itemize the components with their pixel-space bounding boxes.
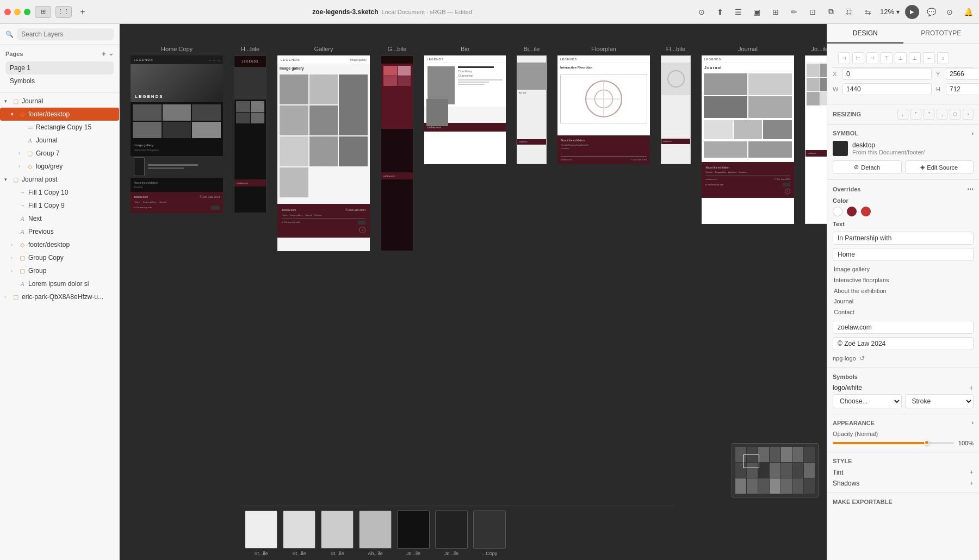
artboard-home-copy[interactable]: Home Copy LEGENDS LEGENDS [131,46,223,213]
resize-tr-icon[interactable]: ⌝ [924,109,934,120]
detach-button[interactable]: ⊘ Detach [833,160,902,174]
align-bottom-btn[interactable]: ⊥ [909,52,921,64]
resize-bl-icon[interactable]: ⌟ [937,109,947,120]
thumb-stile-2[interactable]: St...ile [283,511,315,556]
artboard-floorplan-canvas[interactable]: LEGENDS Interactive Floorplan [557,55,650,164]
window-grid-btn[interactable]: ⊞ [35,6,51,18]
resize-chevron-icon[interactable]: › [963,109,974,120]
artboard-gallery-canvas[interactable]: LEGENDS Image gallery Image gallery [277,55,370,251]
artboard-jmobile-canvas[interactable]: zoelaw.com [805,55,827,224]
layer-fill1-copy9[interactable]: → Fill 1 Copy 9 [0,199,119,212]
settings-icon[interactable]: ⊙ [695,5,708,18]
thumb-joile-1[interactable]: Jo...ile [397,511,430,556]
layer-logo-grey[interactable]: › ◇ logo/grey [0,160,119,173]
logo-white-add-icon[interactable]: + [969,383,974,392]
align-center-btn[interactable]: ⊢ [852,52,864,64]
pages-chevron-icon[interactable]: ⌄ [108,49,114,58]
add-page-icon[interactable]: + [102,49,106,58]
upload-icon[interactable]: ⬆ [714,5,727,18]
page-item-page1[interactable]: Page 1 [5,61,114,74]
artboard-gmobile-canvas[interactable]: zoelaw.com [381,55,413,251]
tint-add-icon[interactable]: + [970,469,974,476]
layout-icon[interactable]: ☰ [732,5,745,18]
overrides-options-icon[interactable]: ⋯ [967,185,974,193]
layer-eric-park[interactable]: › ▢ eric-park-QbX8A8eHfzw-u... [0,290,119,303]
resize-tc-icon[interactable]: ⌜ [910,109,921,120]
layer-footer-desktop-sub[interactable]: › ◇ footer/desktop [0,238,119,251]
align-left-btn[interactable]: ⊣ [838,52,850,64]
copy-icon[interactable]: ⿻ [843,5,856,18]
text-input-copyright[interactable] [833,337,974,350]
x-input[interactable] [842,68,932,80]
layer-journal-group[interactable]: ▾ ▢ Journal [0,95,119,108]
stroke-select[interactable]: Stroke [905,394,974,408]
window-layout-btn[interactable]: ⋮⋮ [55,6,72,18]
artboard-floorplan[interactable]: Floorplan LEGENDS Interactive Floorplan [557,46,650,164]
close-button[interactable] [4,9,11,15]
thumb-abile[interactable]: Ab...ile [359,511,392,556]
add-artboard-btn[interactable]: + [76,5,89,18]
color-swatch-white[interactable] [833,207,842,216]
opacity-slider[interactable] [833,442,954,444]
artboard-hmobile[interactable]: H...bile LEGENDS zoelaw.com [234,46,267,213]
text-input-home[interactable] [833,248,974,261]
text-input-partnership[interactable] [833,232,974,245]
artboard-biomobile[interactable]: Bi...ile Bio text zoelaw.com [517,46,547,164]
artboard-bio[interactable]: Bio LEGENDS Chue RatsyChairwoman [424,46,506,164]
artboard-bio-canvas[interactable]: LEGENDS Chue RatsyChairwoman [424,55,506,164]
maximize-button[interactable] [24,9,30,15]
group-icon[interactable]: ⧉ [825,5,838,18]
notification-icon[interactable]: 🔔 [962,5,975,18]
layer-group[interactable]: › ▢ Group [0,264,119,277]
layer-previous[interactable]: A Previous [0,225,119,238]
crop-icon[interactable]: ⊡ [806,5,819,18]
layer-group7[interactable]: › ▢ Group 7 [0,147,119,160]
color-swatch-maroon[interactable] [847,207,857,216]
artboard-home-canvas[interactable]: LEGENDS LEGENDS [131,55,223,213]
align-right-btn[interactable]: ⊣ [866,52,878,64]
npg-logo-refresh-icon[interactable]: ↺ [859,354,865,362]
layer-group-copy[interactable]: › ▢ Group Copy [0,251,119,264]
thumb-joile-2[interactable]: Jo...ile [435,511,468,556]
zoom-control[interactable]: 12% ▾ [880,8,900,16]
grid-icon[interactable]: ⊞ [769,5,782,18]
search-toolbar-icon[interactable]: ⊙ [943,5,956,18]
comment-icon[interactable]: 💬 [925,5,938,18]
artboard-fpmobile[interactable]: Fl...bile zoelaw.com [661,46,691,164]
artboard-biomobile-canvas[interactable]: Bio text zoelaw.com [517,55,547,164]
distribute-h-btn[interactable]: ↔ [923,52,935,64]
artboard-hmobile-canvas[interactable]: LEGENDS zoelaw.com [234,55,267,213]
tab-design[interactable]: DESIGN [827,24,903,43]
thumb-stile-3[interactable]: St...ile [321,511,354,556]
artboard-gmobile[interactable]: G...bile zoelaw.com [381,46,413,251]
selection-icon[interactable]: ▣ [751,5,764,18]
layer-journal-post[interactable]: ▾ ▢ Journal post [0,173,119,186]
tab-prototype[interactable]: PROTOTYPE [903,24,980,43]
artboard-jmobile[interactable]: Jo...ile zoelaw.com [805,46,827,224]
color-swatch-red[interactable] [861,207,871,216]
layer-next[interactable]: A Next [0,212,119,225]
artboard-fpmobile-canvas[interactable]: zoelaw.com [661,55,691,164]
artboard-journal-canvas[interactable]: LEGENDS Journal [702,55,794,224]
artboard-gallery[interactable]: Gallery LEGENDS Image gallery Image gall… [277,46,370,251]
y-input[interactable] [946,68,979,80]
edit-source-button[interactable]: ◈ Edit Source [905,160,974,174]
search-input[interactable] [17,28,114,40]
layer-lorem[interactable]: A Lorem ipsum dolor si [0,277,119,290]
text-input-url[interactable] [833,321,974,334]
preview-button[interactable]: ▶ [905,5,919,19]
w-input[interactable] [842,83,932,95]
logo-select[interactable]: Choose... logo/white [833,394,902,408]
artboard-journal[interactable]: Journal LEGENDS Journal [702,46,794,224]
mirror-icon[interactable]: ⇆ [862,5,875,18]
layer-journal-text[interactable]: A Journal [0,134,119,147]
resize-tl-icon[interactable]: ⌞ [897,109,908,120]
h-input[interactable] [946,83,979,95]
distribute-v-btn[interactable]: ↕ [937,52,949,64]
resize-expand-icon[interactable]: ⬡ [950,109,961,120]
layer-fill1-copy10[interactable]: → Fill 1 Copy 10 [0,186,119,199]
page-item-symbols[interactable]: Symbols [5,74,114,88]
pen-icon[interactable]: ✏ [788,5,801,18]
layer-footer-desktop[interactable]: ▾ ◇ footer/desktop [0,108,119,121]
thumb-copy[interactable]: ...Copy [473,511,506,556]
